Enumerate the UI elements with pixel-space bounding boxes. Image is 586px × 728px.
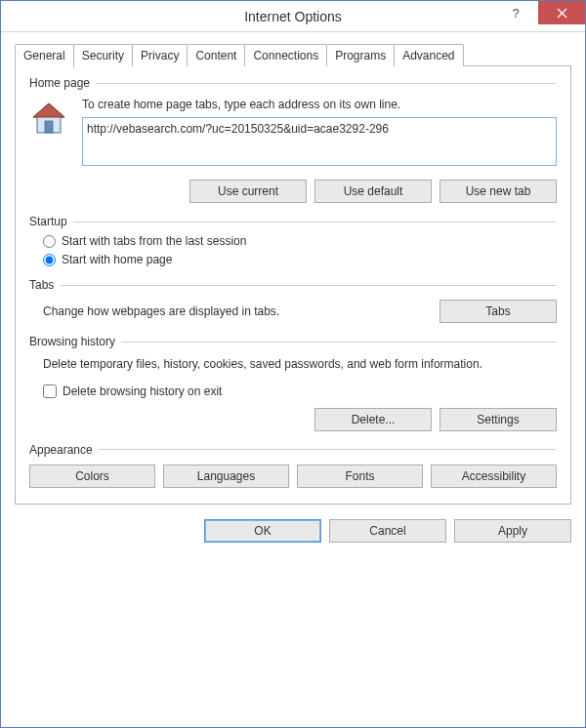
fonts-button[interactable]: Fonts: [297, 465, 423, 488]
use-default-button[interactable]: Use default: [314, 180, 432, 203]
tab-content[interactable]: Content: [187, 44, 245, 66]
history-group-label: Browsing history: [29, 335, 557, 348]
startup-group: Startup Start with tabs from the last se…: [29, 215, 557, 266]
tab-connections[interactable]: Connections: [244, 44, 327, 66]
delete-on-exit-checkbox[interactable]: Delete browsing history on exit: [29, 384, 557, 398]
appearance-group: Appearance Colors Languages Fonts Access…: [29, 443, 557, 488]
tabs-group-label: Tabs: [29, 278, 557, 292]
tabs-button[interactable]: Tabs: [440, 300, 557, 323]
homepage-group-label: Home page: [29, 76, 557, 90]
help-button[interactable]: ?: [493, 1, 538, 24]
startup-last-session-label: Start with tabs from the last session: [62, 234, 246, 248]
tabs-group: Tabs Change how webpages are displayed i…: [29, 278, 557, 323]
tab-advanced[interactable]: Advanced: [394, 44, 463, 66]
tabs-description: Change how webpages are displayed in tab…: [43, 304, 440, 318]
tab-privacy[interactable]: Privacy: [132, 44, 188, 66]
general-panel: Home page To create home page tabs, type…: [15, 65, 571, 505]
close-icon: [557, 8, 567, 19]
internet-options-dialog: Internet Options ? GeneralSecurityPrivac…: [0, 0, 586, 728]
history-group: Browsing history Delete temporary files,…: [29, 335, 557, 431]
tab-general[interactable]: General: [15, 44, 74, 67]
home-icon: [29, 100, 68, 139]
homepage-description: To create home page tabs, type each addr…: [82, 98, 557, 111]
colors-button[interactable]: Colors: [29, 465, 155, 488]
apply-button[interactable]: Apply: [454, 519, 571, 543]
delete-history-button[interactable]: Delete...: [314, 408, 432, 431]
use-new-tab-button[interactable]: Use new tab: [440, 180, 557, 203]
ok-button[interactable]: OK: [204, 519, 321, 543]
delete-on-exit-label: Delete browsing history on exit: [63, 384, 222, 398]
languages-button[interactable]: Languages: [163, 465, 289, 488]
close-button[interactable]: [538, 1, 585, 24]
tab-security[interactable]: Security: [73, 44, 133, 66]
startup-group-label: Startup: [29, 215, 557, 228]
tab-strip: GeneralSecurityPrivacyContentConnections…: [15, 44, 571, 66]
homepage-group: Home page To create home page tabs, type…: [29, 76, 557, 203]
startup-home-page-input[interactable]: [43, 254, 56, 266]
startup-home-page-label: Start with home page: [62, 253, 172, 266]
svg-marker-3: [33, 103, 64, 117]
homepage-url-input[interactable]: [82, 117, 557, 166]
history-settings-button[interactable]: Settings: [440, 408, 557, 431]
startup-last-session-radio[interactable]: Start with tabs from the last session: [43, 234, 557, 248]
startup-last-session-input[interactable]: [43, 235, 56, 248]
svg-rect-4: [45, 121, 53, 133]
tab-programs[interactable]: Programs: [326, 44, 395, 66]
use-current-button[interactable]: Use current: [189, 180, 307, 203]
dialog-button-row: OK Cancel Apply: [1, 506, 585, 558]
history-description: Delete temporary files, history, cookies…: [29, 356, 557, 373]
help-icon: ?: [512, 6, 519, 20]
accessibility-button[interactable]: Accessibility: [431, 465, 557, 488]
appearance-group-label: Appearance: [29, 443, 557, 457]
startup-home-page-radio[interactable]: Start with home page: [43, 253, 557, 266]
delete-on-exit-input[interactable]: [43, 384, 57, 398]
titlebar: Internet Options ?: [1, 1, 585, 32]
cancel-button[interactable]: Cancel: [329, 519, 446, 543]
